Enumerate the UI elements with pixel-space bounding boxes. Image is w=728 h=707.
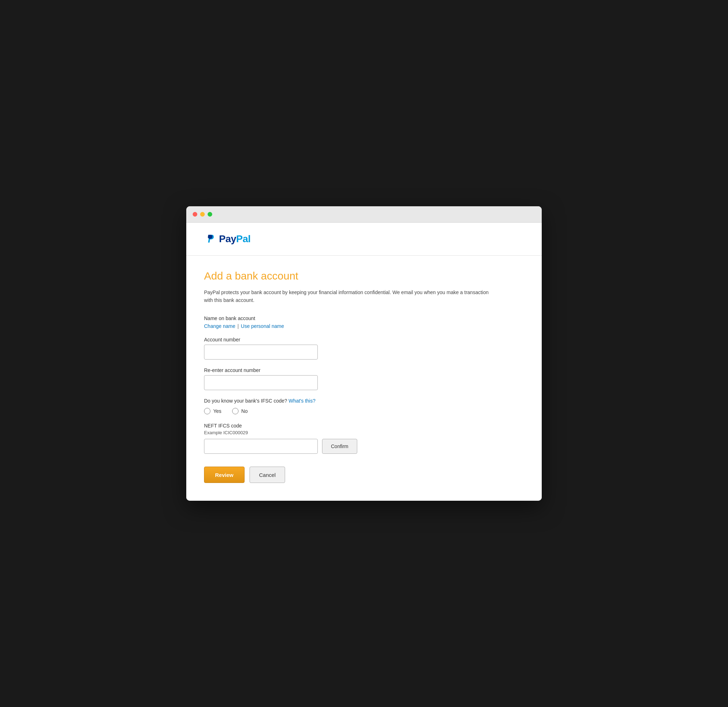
name-on-account-label: Name on bank account	[204, 315, 524, 321]
whats-this-link[interactable]: What's this?	[289, 398, 316, 403]
review-button[interactable]: Review	[204, 467, 244, 483]
neft-ifcs-group: NEFT IFCS code Example ICIC000029 Confir…	[204, 423, 524, 454]
form-area: Add a bank account PayPal protects your …	[186, 256, 542, 501]
neft-ifcs-input[interactable]	[204, 439, 318, 454]
maximize-button[interactable]	[208, 212, 212, 217]
name-links-row: Change name | Use personal name	[204, 323, 524, 329]
confirm-button[interactable]: Confirm	[322, 439, 357, 454]
paypal-p-icon	[204, 233, 217, 245]
no-radio-label[interactable]: No	[232, 408, 248, 414]
page-title: Add a bank account	[204, 270, 524, 282]
change-name-link[interactable]: Change name	[204, 323, 235, 329]
page-header: PayPal	[186, 223, 542, 256]
yes-label-text: Yes	[213, 408, 221, 414]
description-text: PayPal protects your bank account by kee…	[204, 288, 495, 304]
ifsc-question-text: Do you know your bank's IFSC code? What'…	[204, 398, 524, 403]
browser-window: PayPal Add a bank account PayPal protect…	[186, 206, 542, 501]
yes-radio-label[interactable]: Yes	[204, 408, 221, 414]
close-button[interactable]	[193, 212, 197, 217]
pal-text: Pal	[236, 233, 251, 244]
page-content: PayPal Add a bank account PayPal protect…	[186, 223, 542, 501]
neft-label: NEFT IFCS code	[204, 423, 524, 428]
yes-radio[interactable]	[204, 408, 211, 414]
no-radio[interactable]	[232, 408, 238, 414]
name-on-account-group: Name on bank account Change name | Use p…	[204, 315, 524, 329]
neft-example: Example ICIC000029	[204, 430, 524, 435]
re-enter-account-group: Re-enter account number	[204, 367, 524, 390]
yes-no-radio-group: Yes No	[204, 408, 524, 414]
account-number-label: Account number	[204, 337, 524, 343]
paypal-wordmark: PayPal	[219, 233, 251, 245]
cancel-button[interactable]: Cancel	[250, 467, 285, 483]
ifsc-input-row: Confirm	[204, 439, 524, 454]
titlebar	[186, 206, 542, 223]
no-label-text: No	[241, 408, 248, 414]
account-number-group: Account number	[204, 337, 524, 360]
pay-text: Pay	[219, 233, 236, 244]
use-personal-name-link[interactable]: Use personal name	[241, 323, 284, 329]
action-buttons-row: Review Cancel	[204, 467, 524, 483]
re-enter-label: Re-enter account number	[204, 367, 524, 373]
paypal-logo: PayPal	[204, 233, 251, 245]
link-separator: |	[237, 323, 239, 329]
account-number-input[interactable]	[204, 345, 318, 360]
minimize-button[interactable]	[200, 212, 205, 217]
ifsc-question-group: Do you know your bank's IFSC code? What'…	[204, 398, 524, 414]
re-enter-account-input[interactable]	[204, 375, 318, 390]
